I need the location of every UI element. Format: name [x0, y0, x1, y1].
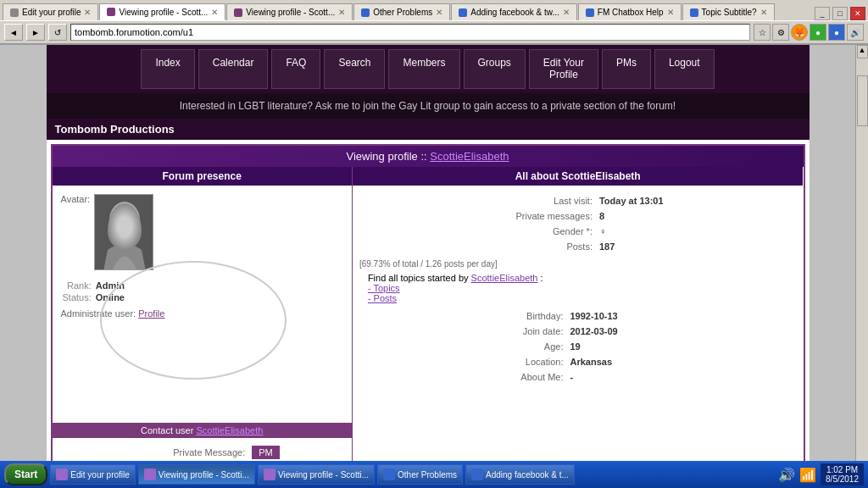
maximize-button[interactable]: □ [832, 7, 848, 20]
green-icon[interactable]: ● [810, 24, 826, 41]
back-button[interactable]: ◄ [4, 24, 23, 41]
taskbar-label-3: Viewing profile - Scotti... [278, 470, 369, 480]
nav-search[interactable]: Search [324, 49, 385, 89]
pm-count-row: Private messages: 8 [361, 209, 795, 223]
close-button[interactable]: ✕ [850, 7, 865, 20]
nav-logout[interactable]: Logout [654, 49, 715, 89]
tab-label-2: Viewing profile - Scott... [119, 8, 208, 17]
gender-val: ♀ [597, 225, 795, 238]
clock-date: 8/5/2012 [826, 474, 859, 484]
topics-link[interactable]: - Topics [368, 283, 400, 293]
right-column: All about ScottieElisabeth Last visit: T… [353, 167, 804, 477]
avatar-svg [95, 195, 153, 270]
blue-icon[interactable]: ● [828, 24, 845, 41]
forum-presence: Avatar: [53, 186, 352, 423]
start-button[interactable]: Start [4, 463, 47, 485]
nav-edit-profile[interactable]: Edit YourProfile [529, 49, 598, 89]
taskbar-label-1: Edit your profile [70, 470, 129, 480]
nav-groups[interactable]: Groups [464, 49, 526, 89]
tab-viewing-profile-1[interactable]: Viewing profile - Scott... ✕ [99, 3, 225, 20]
taskbar-label-5: Adding facebook & t... [486, 470, 569, 480]
forward-button[interactable]: ► [26, 24, 45, 41]
right-col-header: All about ScottieElisabeth [353, 167, 804, 186]
tab-label-4: Other Problems [373, 8, 432, 17]
tab-label-6: FM Chatbox Help [598, 8, 664, 17]
fox-icon[interactable]: 🦊 [791, 24, 808, 41]
tab-chatbox-help[interactable]: FM Chatbox Help ✕ [578, 3, 682, 20]
taskbar-icon-1 [56, 469, 68, 480]
taskbar-label-2: Viewing profile - Scotti... [159, 470, 249, 480]
join-label: Join date: [361, 324, 566, 338]
profile-columns: Forum presence Avatar: [53, 167, 804, 477]
stats-note: [69.73% of total / 1.26 posts per day] [359, 259, 797, 269]
settings-icon[interactable]: ⚙ [772, 24, 789, 41]
posts-link[interactable]: - Posts [368, 293, 397, 303]
refresh-button[interactable]: ↺ [48, 24, 67, 41]
taskbar-btn-1[interactable]: Edit your profile [50, 464, 135, 485]
taskbar-btn-5[interactable]: Adding facebook & t... [465, 464, 575, 485]
taskbar-right: 🔊 📶 1:02 PM 8/5/2012 [778, 463, 864, 485]
age-val: 19 [567, 340, 794, 353]
tab-close-7[interactable]: ✕ [760, 8, 767, 17]
bio-table: Birthday: 1992-10-13 Join date: 2012-03-… [359, 308, 797, 385]
birthday-val: 1992-10-13 [567, 309, 794, 323]
scroll-thumb[interactable] [857, 75, 868, 126]
contact-header: Contact user ScottieElisabeth [53, 423, 352, 438]
tab-close-5[interactable]: ✕ [563, 8, 570, 17]
minimize-button[interactable]: _ [815, 7, 830, 20]
speaker-taskbar-icon[interactable]: 🔊 [778, 467, 795, 483]
clock-time: 1:02 PM [826, 465, 858, 474]
avatar [94, 194, 153, 270]
tab-close[interactable]: ✕ [84, 8, 91, 17]
pm-label: Private Message: [58, 444, 248, 461]
tab-label-7: Topic Subtitle? [702, 8, 757, 17]
tab-favicon-4 [361, 8, 370, 17]
tab-close-6[interactable]: ✕ [667, 8, 674, 17]
speaker-icon[interactable]: 🔊 [847, 24, 864, 41]
star-icon[interactable]: ☆ [754, 24, 771, 41]
tab-favicon-2 [107, 8, 115, 16]
taskbar-clock: 1:02 PM 8/5/2012 [821, 463, 864, 485]
colon: : [541, 273, 543, 283]
tab-close-4[interactable]: ✕ [436, 8, 442, 17]
taskbar-btn-3[interactable]: Viewing profile - Scotti... [258, 464, 375, 485]
location-row: Location: Arkansas [361, 355, 795, 369]
admin-user-section: Administrate user: Profile [61, 308, 343, 319]
scrollbar[interactable]: ▲ ▼ [855, 45, 868, 477]
rank-label: Rank: [63, 280, 94, 291]
address-bar[interactable] [70, 24, 750, 41]
pm-button[interactable]: PM [252, 446, 280, 459]
taskbar-btn-4[interactable]: Other Problems [377, 464, 463, 485]
taskbar-icon-2 [144, 469, 156, 480]
tab-close-3[interactable]: ✕ [338, 8, 345, 17]
about-val: - [567, 370, 794, 384]
tab-viewing-profile-2[interactable]: Viewing profile - Scott... ✕ [226, 3, 353, 20]
join-row: Join date: 2012-03-09 [361, 324, 795, 338]
nav-calendar[interactable]: Calendar [198, 49, 269, 89]
nav-pms[interactable]: PMs [602, 49, 651, 89]
navigation-menu: Index Calendar FAQ Search Members Groups… [47, 45, 810, 93]
taskbar-btn-2[interactable]: Viewing profile - Scotti... [138, 464, 255, 485]
profile-header: Viewing profile :: ScottieElisabeth [53, 146, 804, 167]
tab-favicon-5 [459, 8, 467, 17]
status-label: Status: [63, 292, 94, 302]
admin-profile-link[interactable]: Profile [138, 308, 164, 319]
nav-index[interactable]: Index [141, 49, 194, 89]
tab-close-2[interactable]: ✕ [211, 8, 218, 17]
avatar-label: Avatar: [61, 194, 91, 204]
contact-username-link[interactable]: ScottieElisabeth [196, 425, 263, 435]
tab-other-problems[interactable]: Other Problems ✕ [353, 3, 450, 20]
profile-username-link[interactable]: ScottieElisabeth [430, 150, 509, 163]
find-topics-prefix: Find all topics started by [368, 273, 469, 283]
nav-members[interactable]: Members [388, 49, 459, 89]
tab-adding-facebook[interactable]: Adding facebook & tw... ✕ [451, 3, 577, 20]
last-visit-val: Today at 13:01 [597, 194, 795, 208]
site-title-text: Tombomb Productions [55, 123, 175, 136]
find-user-link[interactable]: ScottieElisabeth [471, 273, 538, 283]
rank-value: Admin [96, 280, 125, 291]
network-taskbar-icon[interactable]: 📶 [799, 467, 816, 483]
tab-topic-subtitle[interactable]: Topic Subtitle? ✕ [682, 3, 775, 20]
scroll-up[interactable]: ▲ [857, 45, 868, 58]
nav-faq[interactable]: FAQ [271, 49, 320, 89]
tab-edit-profile[interactable]: Edit your profile ✕ [3, 3, 98, 20]
